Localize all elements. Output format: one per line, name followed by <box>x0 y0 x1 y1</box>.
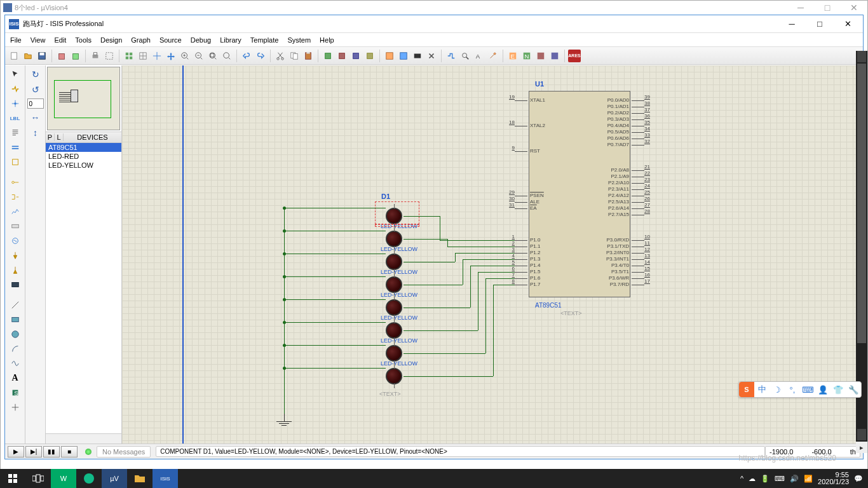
tape-mode-button[interactable] <box>8 220 23 233</box>
inner-titlebar[interactable]: ISIS 跑马灯 - ISIS Professional ─ □ ✕ <box>5 15 863 33</box>
bom-button[interactable] <box>534 50 547 62</box>
chip-pin-18[interactable]: 18XTAL2 <box>515 126 529 133</box>
bus-mode-button[interactable] <box>8 141 23 154</box>
graph-mode-button[interactable] <box>8 205 23 218</box>
junction-mode-button[interactable] <box>8 97 23 110</box>
wire[interactable] <box>403 308 470 308</box>
tray-keyboard-icon[interactable]: ⌨ <box>775 475 785 483</box>
netlist-button[interactable]: N <box>520 50 533 62</box>
component-led-6[interactable] <box>386 322 402 339</box>
wire[interactable] <box>478 272 478 330</box>
menu-file[interactable]: File <box>10 36 22 44</box>
property-button[interactable]: A <box>473 50 485 62</box>
menu-system[interactable]: System <box>287 36 311 44</box>
block-delete-button[interactable] <box>363 50 376 62</box>
component-led-5[interactable] <box>386 299 402 316</box>
taskbar-app-explorer[interactable] <box>127 469 153 488</box>
path-button[interactable] <box>8 357 23 370</box>
wire[interactable] <box>284 322 386 323</box>
component-led-7[interactable] <box>386 345 402 362</box>
ime-lang-button[interactable]: 中 <box>754 382 770 397</box>
text-button[interactable]: A <box>8 372 23 384</box>
tray-wifi-icon[interactable]: 📶 <box>804 475 813 483</box>
zoom-in-button[interactable] <box>179 50 191 62</box>
redo-button[interactable] <box>254 50 267 62</box>
menu-tools[interactable]: Tools <box>75 36 92 44</box>
menu-graph[interactable]: Graph <box>131 36 151 44</box>
zoom-out-button[interactable] <box>193 50 205 62</box>
ares-button[interactable]: ARES <box>568 50 581 62</box>
ime-user-icon[interactable]: 👤 <box>815 382 831 397</box>
devices-l-button[interactable]: L <box>55 133 64 141</box>
status-messages[interactable]: No Messages <box>97 446 151 458</box>
inner-close-button[interactable]: ✕ <box>835 17 860 30</box>
chip-pin-17[interactable]: 17P3.7/RD <box>630 285 644 292</box>
wire[interactable] <box>403 239 447 240</box>
menu-library[interactable]: Library <box>220 36 241 44</box>
menu-design[interactable]: Design <box>100 36 122 44</box>
line-button[interactable] <box>8 299 23 311</box>
wire[interactable] <box>284 299 386 300</box>
menu-view[interactable]: View <box>31 36 46 44</box>
sogou-icon[interactable]: S <box>739 382 754 397</box>
chip-pin-32[interactable]: 32P0.7/AD7 <box>630 145 644 152</box>
menu-help[interactable]: Help <box>320 36 334 44</box>
selection-mode-button[interactable] <box>8 68 23 81</box>
component-led-1[interactable] <box>386 208 402 224</box>
taskbar-app-uvision[interactable]: µV <box>102 469 127 488</box>
wire[interactable] <box>284 231 386 231</box>
export-button[interactable] <box>69 50 82 62</box>
tray-expand-icon[interactable]: ^ <box>740 475 743 482</box>
taskview-button[interactable] <box>25 469 51 488</box>
wire[interactable] <box>485 278 486 353</box>
wire[interactable] <box>470 266 471 308</box>
wire[interactable] <box>478 272 515 273</box>
pan-button[interactable] <box>165 50 177 62</box>
rect-button[interactable] <box>8 313 23 326</box>
wire[interactable] <box>284 208 386 208</box>
wire[interactable] <box>493 285 494 376</box>
play-button[interactable]: ▶ <box>8 446 24 458</box>
chip-pin-31[interactable]: 31EA <box>515 208 529 215</box>
inner-minimize-button[interactable]: ─ <box>779 17 804 30</box>
wire[interactable] <box>470 266 515 266</box>
outer-minimize-button[interactable]: ─ <box>787 1 814 15</box>
zoom-area-button[interactable] <box>220 50 233 62</box>
devices-p-button[interactable]: P <box>46 133 55 141</box>
tray-battery-icon[interactable]: 🔋 <box>761 475 770 483</box>
instrument-button[interactable] <box>8 278 23 291</box>
tools-button[interactable] <box>487 50 499 62</box>
save-button[interactable] <box>36 50 48 62</box>
new-button[interactable] <box>8 50 20 62</box>
taskbar-app-wps[interactable]: W <box>51 469 76 488</box>
block-copy-button[interactable] <box>322 50 334 62</box>
ime-moon-icon[interactable]: ☽ <box>770 382 785 397</box>
wire[interactable] <box>455 253 515 254</box>
devices-list[interactable]: AT89C51 LED-RED LED-YELLOW <box>46 143 121 433</box>
make-button[interactable] <box>397 50 410 62</box>
chip-pin-19[interactable]: 19XTAL1 <box>515 100 529 107</box>
search-button[interactable] <box>459 50 471 62</box>
flip-h-button[interactable]: ↔ <box>28 111 43 124</box>
package-button[interactable] <box>411 50 424 62</box>
pick-button[interactable] <box>383 50 396 62</box>
ime-punct-icon[interactable]: °, <box>785 382 800 397</box>
ground-terminal[interactable] <box>276 414 292 426</box>
component-u1[interactable]: U1 19XTAL118XTAL29RST29PSEN30ALE31EA1P1.… <box>516 81 643 310</box>
wire[interactable] <box>284 254 386 254</box>
ime-skin-icon[interactable]: 👕 <box>831 382 846 397</box>
flip-v-button[interactable]: ↕ <box>28 126 43 139</box>
subcircuit-mode-button[interactable] <box>8 156 23 168</box>
rotate-ccw-button[interactable]: ↺ <box>28 83 43 96</box>
transfer-button[interactable] <box>548 50 561 62</box>
ime-tool-icon[interactable]: 🔧 <box>846 382 861 397</box>
menu-source[interactable]: Source <box>159 36 182 44</box>
wire[interactable] <box>403 330 478 331</box>
tray-clock[interactable]: 9:55 2020/1/23 <box>818 471 849 485</box>
script-mode-button[interactable] <box>8 126 23 139</box>
wire[interactable] <box>447 239 448 247</box>
outer-close-button[interactable]: ✕ <box>841 1 867 15</box>
chip-pin-9[interactable]: 9RST <box>515 151 529 158</box>
start-button[interactable] <box>0 469 25 488</box>
pause-button[interactable]: ▮▮ <box>43 446 60 458</box>
